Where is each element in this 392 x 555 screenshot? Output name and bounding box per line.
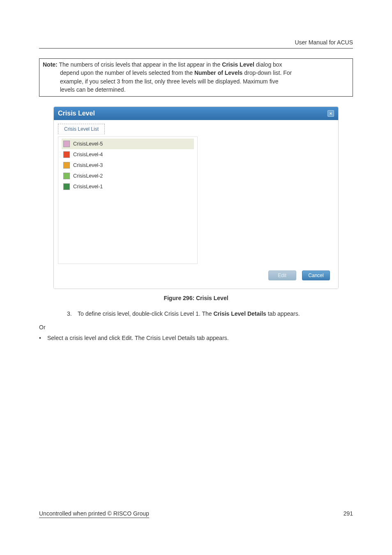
note-box: Note: The numbers of crisis levels that … (39, 58, 353, 97)
list-item[interactable]: CrisisLevel-5 (62, 139, 194, 149)
page-number: 291 (344, 510, 353, 518)
bullet-text: Select a crisis level and click Edit. Th… (47, 334, 229, 342)
step-text-a: To define crisis level, double-click Cri… (78, 310, 213, 317)
level-label: CrisisLevel-2 (73, 173, 103, 179)
note-text-2c: drop-down list. For (242, 69, 292, 76)
list-item[interactable]: CrisisLevel-2 (62, 171, 194, 181)
page-header: User Manual for ACUS (39, 39, 353, 49)
step-text-c: tab appears. (266, 310, 300, 317)
level-label: CrisisLevel-5 (73, 141, 103, 147)
note-line-3: example, if you select 3 from the list, … (43, 77, 349, 86)
list-item[interactable]: CrisisLevel-1 (62, 181, 194, 192)
color-swatch-icon (63, 141, 70, 147)
level-label: CrisisLevel-4 (73, 152, 103, 157)
note-line-4: levels can be determined. (43, 86, 349, 94)
tab-crisis-level-list[interactable]: Crisis Level List (58, 124, 105, 134)
footer-left: Uncontrolled when printed © RISCO Group (39, 510, 149, 518)
note-bold-2: Number of Levels (194, 69, 242, 76)
note-text-1a: The numbers of crisis levels that appear… (58, 61, 222, 68)
color-swatch-icon (63, 151, 70, 158)
list-item[interactable]: CrisisLevel-4 (62, 149, 194, 160)
figure-caption: Figure 296: Crisis Level (39, 295, 353, 301)
dialog-titlebar: Crisis Level × (54, 107, 338, 120)
note-label: Note: (43, 61, 58, 68)
color-swatch-icon (63, 162, 70, 169)
page-footer: Uncontrolled when printed © RISCO Group … (39, 510, 353, 518)
color-swatch-icon (63, 173, 70, 179)
level-label: CrisisLevel-3 (73, 162, 103, 168)
bullet-icon: • (39, 334, 47, 342)
list-item[interactable]: CrisisLevel-3 (62, 160, 194, 171)
crisis-level-dialog: Crisis Level × Crisis Level List CrisisL… (53, 106, 339, 289)
note-text-2a: depend upon the number of levels selecte… (60, 69, 194, 76)
step-number: 3. (67, 310, 78, 318)
cancel-button[interactable]: Cancel (302, 271, 330, 280)
step-3: 3. To define crisis level, double-click … (67, 310, 353, 318)
step-bold: Crisis Level Details (213, 310, 266, 317)
note-bold-1: Crisis Level (222, 61, 254, 68)
color-swatch-icon (63, 183, 70, 190)
edit-button[interactable]: Edit (268, 271, 296, 280)
note-text-1c: dialog box (254, 61, 282, 68)
or-label: Or (39, 324, 353, 331)
level-label: CrisisLevel-1 (73, 184, 103, 190)
bullet-item: • Select a crisis level and click Edit. … (39, 334, 353, 342)
dialog-title: Crisis Level (58, 110, 95, 117)
close-icon[interactable]: × (327, 110, 334, 117)
crisis-level-list: CrisisLevel-5 CrisisLevel-4 CrisisLevel-… (58, 136, 198, 264)
